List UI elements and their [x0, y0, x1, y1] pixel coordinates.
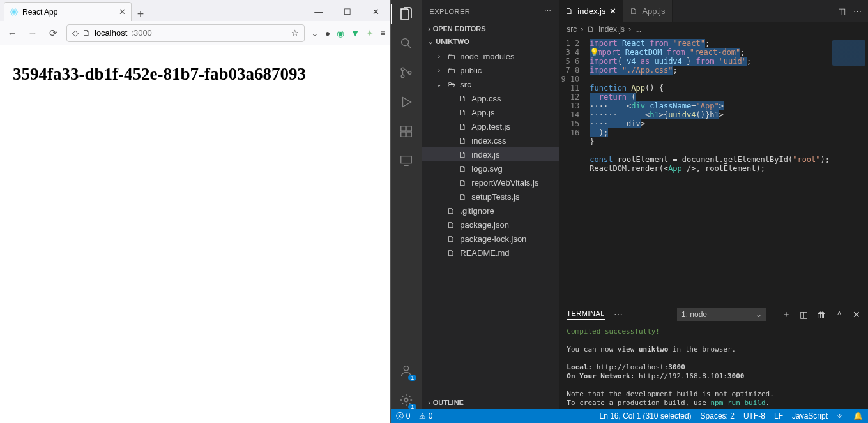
file-package-json[interactable]: 🗋package.json	[422, 218, 559, 232]
file-package-lock-json[interactable]: 🗋package-lock.json	[422, 232, 559, 246]
file-gitignore[interactable]: 🗋.gitignore	[422, 204, 559, 218]
lock-icon: 🗋	[82, 28, 91, 38]
status-spaces[interactable]: Spaces: 2	[701, 412, 735, 420]
minimize-icon[interactable]: —	[304, 2, 333, 21]
search-activity-icon[interactable]	[397, 34, 415, 52]
svg-point-5	[402, 68, 405, 71]
react-icon	[10, 8, 19, 17]
address-bar[interactable]: ◇ 🗋 localhost:3000 ☆	[66, 24, 305, 42]
page-heading: 3594fa33-db1f-452e-81b7-fab03a687093	[13, 64, 377, 84]
new-tab-button[interactable]: +	[132, 8, 149, 21]
terminal-panel: TERMINAL ⋯ 1: node⌄ ＋ ◫ 🗑 ＾ ✕ Compiled s…	[559, 304, 868, 409]
file-app-css[interactable]: 🗋App.css	[422, 91, 559, 105]
status-cursor-pos[interactable]: Ln 16, Col 1 (310 selected)	[599, 412, 691, 420]
outline-section[interactable]: ›OUTLINE	[422, 396, 559, 409]
menu-icon[interactable]: ≡	[380, 28, 385, 38]
status-language[interactable]: JavaScript	[792, 412, 828, 420]
extensions-activity-icon[interactable]	[397, 122, 415, 140]
bookmark-icon[interactable]: ☆	[291, 28, 299, 38]
file-setup-tests[interactable]: 🗋setupTests.js	[422, 189, 559, 204]
editor-tab-bar: 🗋index.js✕ 🗋App.js ◫ ⋯	[559, 0, 868, 22]
ext-icon-2[interactable]: ◉	[337, 28, 344, 38]
svg-rect-10	[401, 132, 406, 137]
browser-window: React App ✕ + — ☐ ✕ ← → ⟳ ◇ 🗋 localhost:…	[0, 0, 391, 423]
explorer-sidebar: EXPLORER ⋯ ›OPEN EDITORS ⌄UNIKTWO ›🗀node…	[422, 0, 559, 409]
open-editors-section[interactable]: ›OPEN EDITORS	[422, 22, 559, 35]
ext-icon-1[interactable]: ●	[325, 28, 330, 38]
svg-point-7	[409, 71, 412, 75]
tab-title: React App	[22, 8, 57, 17]
activity-bar: 1 1	[391, 0, 422, 409]
remote-activity-icon[interactable]	[397, 152, 415, 170]
status-warnings[interactable]: ⚠ 0	[419, 412, 432, 420]
forward-button[interactable]: →	[26, 26, 40, 40]
folder-public[interactable]: ›🗀public	[422, 63, 559, 77]
status-eol[interactable]: LF	[774, 412, 783, 420]
file-readme[interactable]: 🗋README.md	[422, 246, 559, 260]
browser-toolbar: ← → ⟳ ◇ 🗋 localhost:3000 ☆ ⌄ ● ◉ ▼ ✦ ≡	[0, 21, 390, 45]
editor-more-icon[interactable]: ⋯	[853, 6, 862, 16]
status-feedback-icon[interactable]: ᯤ	[837, 412, 844, 420]
svg-point-13	[404, 366, 409, 371]
status-encoding[interactable]: UTF-8	[743, 412, 765, 420]
folder-src[interactable]: ⌄🗁src	[422, 77, 559, 91]
editor-tab-index-js[interactable]: 🗋index.js✕	[559, 0, 623, 22]
folder-node-modules[interactable]: ›🗀node_modules	[422, 49, 559, 63]
svg-point-6	[402, 75, 405, 78]
panel-more-icon[interactable]: ⋯	[614, 309, 623, 320]
settings-activity-icon[interactable]: 1	[397, 391, 415, 409]
svg-point-4	[402, 39, 409, 46]
explorer-more-icon[interactable]: ⋯	[544, 7, 552, 15]
editor-area: 🗋index.js✕ 🗋App.js ◫ ⋯ src› 🗋index.js› .…	[559, 0, 868, 409]
terminal-tab[interactable]: TERMINAL	[567, 309, 605, 320]
project-section[interactable]: ⌄UNIKTWO	[422, 35, 559, 48]
breadcrumb[interactable]: src› 🗋index.js› ...	[559, 22, 868, 36]
svg-rect-9	[407, 126, 411, 131]
explorer-activity-icon[interactable]	[397, 5, 415, 23]
minimap[interactable]	[830, 36, 868, 304]
file-app-test-js[interactable]: 🗋App.test.js	[422, 119, 559, 133]
maximize-panel-icon[interactable]: ＾	[835, 309, 844, 320]
close-panel-icon[interactable]: ✕	[853, 309, 860, 320]
file-index-js[interactable]: 🗋index.js	[422, 147, 559, 161]
code-editor[interactable]: 1 2 3 4 5 6 7 8 9 10 11 12 13 14 15 16 i…	[559, 36, 868, 304]
ext-icon-3[interactable]: ▼	[351, 28, 360, 38]
close-tab-icon[interactable]: ✕	[609, 6, 616, 16]
ext-icon-4[interactable]: ✦	[366, 28, 374, 38]
back-button[interactable]: ←	[5, 26, 19, 40]
status-bell-icon[interactable]: 🔔	[853, 412, 863, 420]
file-index-css[interactable]: 🗋index.css	[422, 133, 559, 147]
chevron-down-icon: ⌄	[756, 310, 762, 319]
source-control-activity-icon[interactable]	[397, 64, 415, 82]
close-tab-icon[interactable]: ✕	[119, 7, 126, 17]
split-terminal-icon[interactable]: ◫	[800, 309, 808, 320]
run-debug-activity-icon[interactable]	[397, 93, 415, 111]
status-errors[interactable]: ⓧ 0	[396, 411, 410, 422]
file-report-web-vitals[interactable]: 🗋reportWebVitals.js	[422, 175, 559, 189]
terminal-selector[interactable]: 1: node⌄	[677, 308, 766, 321]
editor-tab-app-js[interactable]: 🗋App.js	[623, 0, 672, 22]
file-logo-svg[interactable]: 🗋logo.svg	[422, 161, 559, 175]
maximize-icon[interactable]: ☐	[333, 2, 362, 21]
browser-tab-strip: React App ✕ + — ☐ ✕	[0, 0, 390, 21]
kill-terminal-icon[interactable]: 🗑	[817, 309, 826, 320]
browser-tab[interactable]: React App ✕	[4, 2, 132, 21]
pocket-icon[interactable]: ⌄	[311, 28, 319, 38]
terminal-output[interactable]: Compiled successfully! You can now view …	[559, 325, 868, 409]
file-app-js[interactable]: 🗋App.js	[422, 105, 559, 119]
svg-rect-12	[401, 156, 412, 163]
url-host: localhost	[95, 28, 127, 38]
accounts-activity-icon[interactable]: 1	[397, 362, 415, 380]
new-terminal-icon[interactable]: ＋	[782, 309, 791, 320]
shield-icon: ◇	[72, 28, 79, 38]
split-editor-icon[interactable]: ◫	[838, 6, 846, 16]
close-window-icon[interactable]: ✕	[362, 2, 390, 21]
svg-rect-11	[407, 132, 411, 137]
explorer-title: EXPLORER	[429, 8, 470, 15]
vscode-window: 1 1 EXPLORER ⋯ ›OPEN EDITORS ⌄UNIKTWO ›🗀…	[391, 0, 868, 423]
line-gutter: 1 2 3 4 5 6 7 8 9 10 11 12 13 14 15 16	[559, 36, 584, 304]
code-content[interactable]: import React from "react"; 💡mport ReactD…	[584, 36, 830, 304]
browser-viewport: 3594fa33-db1f-452e-81b7-fab03a687093	[0, 45, 390, 423]
reload-button[interactable]: ⟳	[46, 26, 60, 40]
svg-rect-8	[401, 126, 406, 131]
